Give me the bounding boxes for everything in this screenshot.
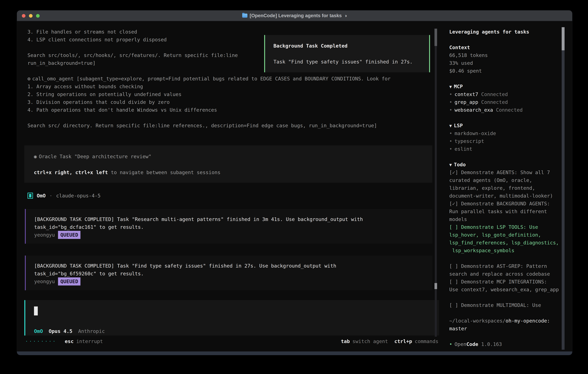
lsp-section-header[interactable]: ▼LSP [449,122,559,129]
bullet-icon: • [449,107,452,113]
esc-hint: esc interrupt [65,337,103,345]
hint-keys: ctrl+x right, ctrl+x left [34,169,108,175]
todo-line: document-writer, multimodal-looker) [449,192,559,200]
status-badge: QUEUED [58,277,80,285]
input-agent-name: OmO [34,327,43,335]
todo-line: [ ] Demonstrate MCP INTEGRATIONS: [449,278,559,286]
todo-line: models [449,215,559,223]
mcp-section-header[interactable]: ▼MCP [449,83,559,90]
agent-model: claude-opus-4-5 [56,192,101,200]
mcp-item: •grep_app Connected [449,98,559,106]
triangle-down-icon: ▼ [449,123,452,128]
workspace-path: ~/local-workspaces/oh-my-opencode: [449,317,559,325]
ctrlp-label: commands [415,337,438,345]
context-spent: $0.46 spent [449,67,559,75]
separator-dot: · [49,192,52,200]
commands-hint: ctrl+p commands [394,337,438,345]
ctrlp-key: ctrl+p [394,337,412,345]
notification-title: Background Task Completed [273,42,429,50]
status-bar: ········ esc interrupt tab switch agent … [25,337,438,345]
omo-agent-icon [28,193,33,199]
todo-line: search and replace across codebase [449,270,559,278]
tool-call-item: 4. Path operations that don't handle Win… [28,106,390,114]
lsp-item: •eslint [449,145,559,153]
input-model-name: Opus 4.5 [49,327,72,335]
mcp-item: •websearch_exa Connected [449,106,559,114]
activity-dots: ········ [25,337,57,345]
tool-call-line: ⚙call_omo_agent [subagent_type=explore, … [28,75,390,83]
session-sidebar: Leveraging agents for tasks Context 66,5… [446,21,572,352]
bullet-icon: • [449,99,452,105]
todo-line: [✓] Demonstrate BACKGROUND AGENTS: [449,200,559,208]
oracle-task-title: Oracle Task "Deep architecture review" [39,154,151,159]
tool-call-item: 3. Division operations that could divide… [28,98,390,106]
status-badge: QUEUED [58,231,80,239]
main-scrollbar-marker[interactable] [434,283,437,289]
lsp-item: •markdown-oxide [449,129,559,137]
sidebar-scrollbar-thumb[interactable] [562,27,565,50]
session-title: Leveraging agents for tasks [449,28,559,36]
gear-icon: ⚙ [28,76,30,82]
oracle-task-title-line: ◉Oracle Task "Deep architecture review" [34,153,432,160]
context-used: 33% used [449,59,559,67]
triangle-down-icon: ▼ [449,84,452,89]
todo-line: curated agents (OmO, oracle, [449,176,559,184]
tab-key: tab [341,337,350,345]
titlebar[interactable]: [OpenCode] Leveraging agents for tasks ◑ [17,10,572,21]
triangle-down-icon: ▼ [449,162,452,167]
window-title-group: [OpenCode] Leveraging agents for tasks ◑ [242,13,347,19]
agent-name: OmO [37,192,46,200]
task-block-line: [BACKGROUND TASK COMPLETED] Task "Find t… [34,262,432,270]
window-title: [OpenCode] Leveraging agents for tasks [250,13,342,18]
tool-call-item: 1. Array access without bounds checking [28,83,390,90]
text-cursor [34,306,38,315]
todo-line: [✓] Demonstrate AGENTS: Show all 7 [449,168,559,176]
context-heading: Context [449,43,559,51]
main-scrollbar-track[interactable] [435,29,437,337]
task-block-line: task_id="bg_6f59260c" to get results. [34,270,432,278]
oracle-task-box: ◉Oracle Task "Deep architecture review" … [24,145,432,183]
half-circle-icon: ◑ [344,13,347,19]
task-block-line: task_id="bg_dcfac161" to get results. [34,223,432,231]
tab-hint: tab switch agent [341,337,388,345]
conversation-pane: 3. File handles or streams not closed 4.… [17,21,446,352]
input-meta: OmO Opus 4.5 Anthropic [34,327,105,335]
sidebar-scrollbar-track[interactable] [562,27,565,350]
context-tokens: 66,518 tokens [449,51,559,59]
lsp-item: •typescript [449,137,559,145]
todo-line: librarian, explore, frontend, [449,184,559,192]
opencode-window: [OpenCode] Leveraging agents for tasks ◑… [17,10,572,355]
close-button[interactable] [22,14,25,18]
todo-line: [ ] Demonstrate AST-GREP: Pattern [449,262,559,270]
todo-line: [ ] Demonstrate MULTIMODAL: Use [449,301,559,309]
prompt-input[interactable]: OmO Opus 4.5 Anthropic [24,300,439,335]
hint-rest: to navigate between subagent sessions [108,169,220,175]
agent-header: OmO · claude-opus-4-5 [28,192,101,200]
oracle-hint-line: ctrl+x right, ctrl+x left to navigate be… [34,168,432,176]
folder-icon [242,14,247,18]
todo-section-header[interactable]: ▼Todo [449,161,559,168]
opencode-version: •OpenCode 1.0.163 [449,340,559,348]
workspace-branch: master [449,325,559,332]
task-completed-block: [BACKGROUND TASK COMPLETED] Task "Resear… [25,209,432,244]
todo-line-active: lsp_workspace_symbols [449,247,559,254]
maximize-button[interactable] [36,14,40,18]
task-user: yeongyu [34,231,55,239]
minimize-button[interactable] [29,14,32,18]
bullet-icon: • [449,130,452,136]
tool-call-head: call_omo_agent [subagent_type=explore, p… [32,76,390,82]
todo-line: Run parallel tasks with different [449,208,559,215]
input-provider-name: Anthropic [78,327,105,335]
notification-body: Task "Find type safety issues" finished … [273,58,429,66]
mcp-item: •context7 Connected [449,90,559,98]
task-block-line: [BACKGROUND TASK COMPLETED] Task "Resear… [34,215,432,223]
todo-line-active: lsp_hover, lsp_goto_definition, [449,231,559,239]
tab-label: switch agent [352,337,388,345]
todo-line-active: lsp_find_references, lsp_diagnostics, [449,239,559,247]
main-scrollbar-thumb[interactable] [434,29,437,46]
esc-key: esc [65,337,74,345]
tool-call-item: 2. String operations on potentially unde… [28,90,390,98]
message-line: 3. File handles or streams not closed [28,28,390,36]
window-bottom-edge [17,352,572,355]
record-circle-icon: ◉ [34,154,37,159]
